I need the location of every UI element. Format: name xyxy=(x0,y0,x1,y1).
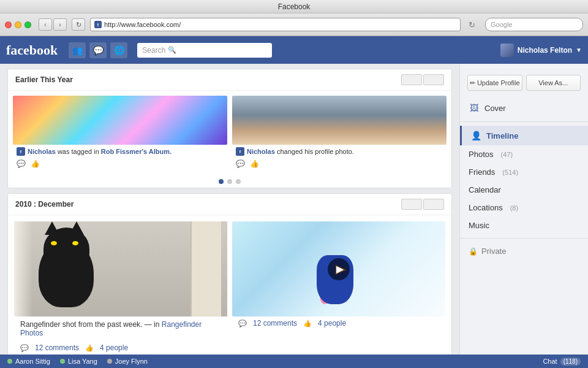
video-people-count[interactable]: 4 people xyxy=(318,319,346,328)
post-user-link-1[interactable]: Nicholas xyxy=(28,148,56,155)
video-post: ▶ 💬 12 comments 👍 4 people xyxy=(232,221,445,355)
cat-eye-right xyxy=(72,241,78,245)
cat-eye-left xyxy=(51,241,57,245)
post-meta-text-1: Nicholas was tagged in Rob Fissmer's Alb… xyxy=(28,148,172,155)
chat-button-container: Chat (118) xyxy=(543,358,581,366)
chat-user-aaron[interactable]: Aaron Sittig xyxy=(7,358,50,365)
earlier-this-year-section: Earlier This Year f Nicholas xyxy=(7,69,452,188)
december-2010-section: 2010 : December xyxy=(7,193,452,368)
sidebar-cover-section: 🖼 Cover xyxy=(460,98,588,118)
calendar-label: Calendar xyxy=(469,185,501,194)
cat-post-caption: Rangefinder shot from the past week. — i… xyxy=(14,316,227,341)
chat-user-lisa[interactable]: Lisa Yang xyxy=(60,358,97,365)
video-comment-count[interactable]: 12 comments xyxy=(253,319,297,328)
update-profile-label: ✏ Update Profile xyxy=(470,79,520,87)
traffic-lights xyxy=(5,21,31,28)
avatar-image xyxy=(500,44,514,57)
sidebar-item-calendar[interactable]: Calendar xyxy=(460,181,588,199)
user-menu[interactable]: Nicholas Felton ▼ xyxy=(500,44,582,57)
tagged-album-link[interactable]: Rob Fissmer's Album. xyxy=(101,148,172,155)
update-profile-button[interactable]: ✏ Update Profile xyxy=(467,75,522,91)
play-button[interactable]: ▶ xyxy=(328,258,350,280)
dot-2[interactable] xyxy=(227,179,232,184)
cat-post-footer: 💬 12 comments 👍 4 people xyxy=(14,341,227,355)
timeline-label: Timeline xyxy=(486,131,519,140)
dropdown-arrow-icon: ▼ xyxy=(576,47,582,53)
video-thumbnail[interactable]: ▶ xyxy=(232,221,445,316)
right-sidebar: ✏ Update Profile View As... 🖼 Cover 👤 Ti… xyxy=(459,64,588,368)
timeline-icon: 👤 xyxy=(470,130,481,141)
url-favicon: f xyxy=(94,21,102,28)
sidebar-item-friends[interactable]: Friends (514) xyxy=(460,163,588,181)
sidebar-divider-1 xyxy=(460,121,588,122)
browser-search-placeholder: Google xyxy=(491,21,512,28)
cover-label: Cover xyxy=(484,104,506,113)
post-user-link-2[interactable]: Nicholas xyxy=(247,148,275,155)
play-icon: ▶ xyxy=(336,263,344,275)
facebook-header: facebook 👥 💬 🌐 Search 🔍 Nicholas Felton … xyxy=(0,36,588,64)
like-icon-1[interactable]: 👍 xyxy=(31,159,40,168)
december-section-title: 2010 : December xyxy=(15,200,74,209)
tagged-post-image xyxy=(13,96,227,145)
notifications-nav-icon[interactable]: 🌐 xyxy=(110,42,127,58)
facebook-logo[interactable]: facebook xyxy=(6,42,58,58)
browser-titlebar: Facebook xyxy=(0,0,588,13)
facebook-search-input[interactable]: Search 🔍 xyxy=(137,43,272,58)
main-layout: Earlier This Year f Nicholas xyxy=(0,64,588,368)
minimize-button[interactable] xyxy=(15,21,21,28)
december-hide-button[interactable] xyxy=(401,199,422,210)
joey-name: Joey Flynn xyxy=(115,358,148,365)
video-post-footer: 💬 12 comments 👍 4 people xyxy=(232,316,445,330)
friends-label: Friends xyxy=(469,167,495,177)
maximize-button[interactable] xyxy=(24,21,31,28)
friends-count: (514) xyxy=(502,169,518,176)
comment-icon-video: 💬 xyxy=(238,320,247,328)
sidebar-item-timeline[interactable]: 👤 Timeline xyxy=(460,126,588,145)
post-meta-1: f Nicholas was tagged in Rob Fissmer's A… xyxy=(13,145,227,158)
content-area: Earlier This Year f Nicholas xyxy=(0,64,459,368)
like-icon-2[interactable]: 👍 xyxy=(250,159,259,168)
post-meta-2: f Nicholas changed his profile photo. xyxy=(232,145,447,158)
messages-nav-icon[interactable]: 💬 xyxy=(89,42,107,58)
browser-chrome: Facebook ‹ › ↻ f http://www.facebook.com… xyxy=(0,0,588,36)
browser-search-input[interactable]: Google xyxy=(485,18,583,31)
sidebar-item-photos[interactable]: Photos (47) xyxy=(460,145,588,163)
view-as-button[interactable]: View As... xyxy=(526,75,581,91)
aaron-online-indicator xyxy=(7,359,12,364)
friends-nav-icon[interactable]: 👥 xyxy=(69,42,86,58)
chat-user-joey[interactable]: Joey Flynn xyxy=(107,358,148,365)
private-label: Private xyxy=(481,247,506,256)
cat-comment-count[interactable]: 12 comments xyxy=(35,343,79,352)
dot-3[interactable] xyxy=(236,179,241,184)
chat-button[interactable]: Chat (118) xyxy=(543,358,581,366)
refresh-button[interactable]: ↻ xyxy=(72,18,85,31)
cat-ear-left xyxy=(45,221,59,235)
profile-photo-image xyxy=(232,96,447,145)
reload-icon[interactable]: ↻ xyxy=(466,18,478,31)
avatar xyxy=(500,44,514,57)
post-actions-2: 💬 👍 xyxy=(232,158,447,171)
sidebar-item-cover[interactable]: 🖼 Cover xyxy=(460,98,588,118)
back-button[interactable]: ‹ xyxy=(39,18,52,31)
cat-people-count[interactable]: 4 people xyxy=(100,343,128,352)
sidebar-divider-2 xyxy=(460,238,588,239)
post-avatar-2: f xyxy=(236,147,244,156)
caption-text: Rangefinder shot from the past week. — i… xyxy=(20,320,162,329)
section-more-button[interactable] xyxy=(423,74,444,85)
browser-title: Facebook xyxy=(278,2,311,11)
comment-icon-2: 💬 xyxy=(236,159,245,168)
lock-icon: 🔒 xyxy=(469,247,478,256)
url-bar[interactable]: f http://www.facebook.com/ xyxy=(90,18,461,31)
sidebar-item-locations[interactable]: Locations (8) xyxy=(460,199,588,217)
sidebar-item-music[interactable]: Music xyxy=(460,217,588,234)
december-more-button[interactable] xyxy=(423,199,444,210)
locations-label: Locations xyxy=(469,203,503,212)
december-section-header: 2010 : December xyxy=(8,194,451,215)
close-button[interactable] xyxy=(5,21,12,28)
cat-photo-post: Rangefinder shot from the past week. — i… xyxy=(14,221,227,355)
section-hide-button[interactable] xyxy=(401,74,422,85)
dot-1[interactable] xyxy=(219,179,224,184)
forward-button[interactable]: › xyxy=(53,18,67,31)
bg-chair xyxy=(190,221,221,316)
lisa-name: Lisa Yang xyxy=(68,358,97,365)
